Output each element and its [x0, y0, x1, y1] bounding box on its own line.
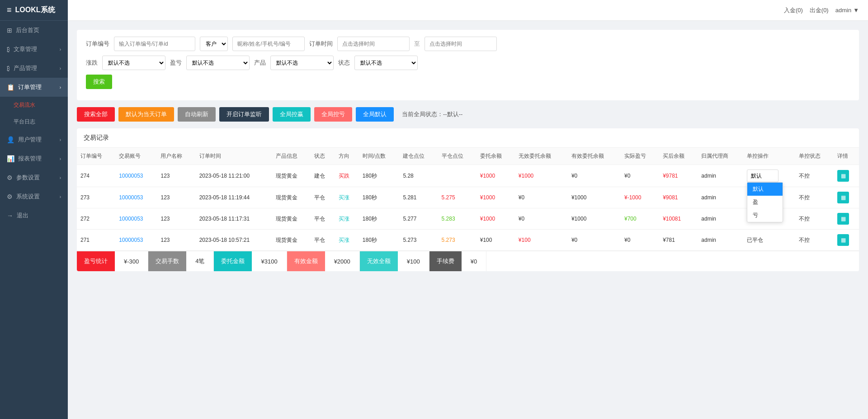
- cell-actual-profit: ¥700: [621, 208, 659, 230]
- logo[interactable]: ≡ LOOKL系统: [0, 0, 68, 21]
- sidebar-item-params[interactable]: ⚙ 参数设置 ›: [0, 168, 68, 187]
- valid-value: ¥2000: [325, 251, 360, 271]
- global-lose-button[interactable]: 全局控亏: [314, 107, 352, 122]
- invalid-label: 无效全额: [360, 251, 398, 271]
- summary-entrust: 委托金额 ¥3100: [214, 251, 287, 271]
- sidebar-item-reports[interactable]: 📊 报表管理 ›: [0, 149, 68, 168]
- sidebar-item-users[interactable]: 👤 用户管理 ›: [0, 130, 68, 149]
- zhangdie-select[interactable]: 默认不选: [102, 56, 165, 70]
- cell-order-no: 273: [77, 187, 115, 208]
- dropdown-option-win[interactable]: 盈: [747, 196, 783, 209]
- articles-icon: ₿: [7, 46, 10, 53]
- customer-search-input[interactable]: [232, 37, 305, 51]
- dropdown-option-default[interactable]: 默认: [747, 183, 783, 196]
- admin-menu[interactable]: admin ▼: [835, 7, 859, 14]
- yingkui-select[interactable]: 默认不选: [186, 56, 250, 70]
- col-detail: 详情: [834, 148, 859, 165]
- sidebar-item-orders[interactable]: 📋 订单管理 ›: [0, 78, 68, 97]
- cell-detail[interactable]: ▦: [834, 165, 859, 187]
- sidebar-item-system[interactable]: ⚙ 系统设置 ›: [0, 187, 68, 206]
- cell-control-status: 不控: [795, 230, 834, 251]
- order-no-input[interactable]: [114, 37, 195, 51]
- cell-detail[interactable]: ▦: [834, 187, 859, 208]
- open-monitor-button[interactable]: 开启订单监听: [219, 107, 269, 122]
- action-bar: 搜索全部 默认为当天订单 自动刷新 开启订单监听 全局控赢 全局控亏 全局默认 …: [77, 107, 859, 122]
- table-header-row: 订单编号 交易账号 用户名称 订单时间 产品信息 状态 方向 时间/点数 建仓点…: [77, 148, 859, 165]
- profit-label: 盈亏统计: [77, 251, 115, 271]
- detail-button[interactable]: ▦: [837, 192, 849, 203]
- cell-order-time: 2023-05-18 11:21:00: [196, 165, 273, 187]
- detail-button[interactable]: ▦: [837, 234, 849, 246]
- chevron-icon: ›: [60, 156, 61, 161]
- admin-label: admin: [835, 7, 851, 14]
- default-today-button[interactable]: 默认为当天订单: [118, 107, 174, 122]
- customer-type-select[interactable]: 客户: [200, 37, 228, 51]
- cell-order-no: 274: [77, 165, 115, 187]
- filter-row-2: 涨跌 默认不选 盈亏 默认不选 产品 默认不选 状态 默认不选: [86, 56, 850, 70]
- sidebar-item-dashboard[interactable]: ⊞ 后台首页: [0, 21, 68, 40]
- order-time-start[interactable]: [337, 37, 410, 51]
- cell-order-no: 272: [77, 208, 115, 230]
- cell-detail[interactable]: ▦: [834, 230, 859, 251]
- menu-icon[interactable]: ≡: [7, 5, 12, 15]
- sub-item-label: 交易流水: [14, 102, 35, 108]
- detail-button[interactable]: ▦: [837, 170, 849, 182]
- sidebar: ≡ LOOKL系统 ⊞ 后台首页 ₿ 文章管理 › ₿ 产品管理 › 📋 订单管…: [0, 0, 68, 419]
- search-button[interactable]: 搜索: [86, 75, 112, 89]
- sub-item-label: 平台日志: [14, 118, 35, 125]
- withdraw-button[interactable]: 出金(0): [810, 6, 829, 14]
- col-build-price: 建仓点位: [399, 148, 438, 165]
- status-select[interactable]: 默认不选: [354, 56, 418, 70]
- sidebar-item-label: 退出: [17, 212, 28, 220]
- cell-valid-entrust: ¥0: [568, 165, 621, 187]
- valid-label: 有效金额: [287, 251, 325, 271]
- control-op-select[interactable]: 默认 盈 亏: [747, 169, 778, 182]
- sidebar-item-logout[interactable]: → 退出: [0, 206, 68, 225]
- deposit-button[interactable]: 入金(0): [784, 6, 803, 14]
- order-time-end[interactable]: [425, 37, 497, 51]
- search-all-button[interactable]: 搜索全部: [77, 107, 115, 122]
- sidebar-item-label: 用户管理: [18, 136, 42, 144]
- cell-control-status: 不控: [795, 208, 834, 230]
- cell-direction: 买涨: [335, 230, 359, 251]
- cell-product: 现货黄金: [272, 230, 311, 251]
- cell-direction: 买涨: [335, 208, 359, 230]
- system-icon: ⚙: [7, 193, 13, 200]
- sidebar-item-articles[interactable]: ₿ 文章管理 ›: [0, 40, 68, 59]
- summary-invalid: 无效全额 ¥100: [360, 251, 429, 271]
- sidebar-item-products[interactable]: ₿ 产品管理 ›: [0, 59, 68, 78]
- global-confirm-button[interactable]: 全局默认: [356, 107, 394, 122]
- auto-refresh-button[interactable]: 自动刷新: [178, 107, 216, 122]
- col-status: 状态: [311, 148, 335, 165]
- col-invalid-entrust: 无效委托余额: [515, 148, 568, 165]
- global-win-button[interactable]: 全局控赢: [273, 107, 311, 122]
- dropdown-option-lose[interactable]: 亏: [747, 209, 783, 222]
- order-no-label: 订单编号: [86, 40, 109, 48]
- logout-icon: →: [7, 212, 13, 219]
- cell-invalid-entrust: ¥0: [515, 187, 568, 208]
- sidebar-item-label: 产品管理: [14, 64, 37, 72]
- summary-trade-count: 交易手数 4笔: [148, 251, 214, 271]
- product-select[interactable]: 默认不选: [270, 56, 334, 70]
- cell-product: 现货黄金: [272, 165, 311, 187]
- filter-row-3: 搜索: [86, 75, 850, 89]
- table-body: 274 10000053 123 2023-05-18 11:21:00 现货黄…: [77, 165, 859, 251]
- cell-control-op[interactable]: 默认 盈 亏 默认 盈 亏: [743, 165, 795, 187]
- sidebar-item-jiaoyiliushui[interactable]: 交易流水: [0, 97, 68, 113]
- cell-actual-profit: ¥-1000: [621, 187, 659, 208]
- cell-product: 现货黄金: [272, 208, 311, 230]
- cell-username: 123: [157, 187, 195, 208]
- sidebar-item-label: 报表管理: [18, 155, 42, 163]
- cell-entrust: ¥1000: [476, 208, 515, 230]
- products-icon: ₿: [7, 65, 10, 72]
- sidebar-item-pingtairizhiyi[interactable]: 平台日志: [0, 113, 68, 130]
- cell-actual-profit: ¥0: [621, 230, 659, 251]
- chevron-icon: ›: [60, 66, 61, 71]
- cell-status: 建仓: [311, 165, 335, 187]
- cell-close-price: [438, 165, 476, 187]
- cell-agent: admin: [698, 165, 743, 187]
- cell-time-points: 180秒: [359, 208, 400, 230]
- cell-detail[interactable]: ▦: [834, 208, 859, 230]
- detail-button[interactable]: ▦: [837, 213, 849, 225]
- cell-order-time: 2023-05-18 11:19:44: [196, 187, 273, 208]
